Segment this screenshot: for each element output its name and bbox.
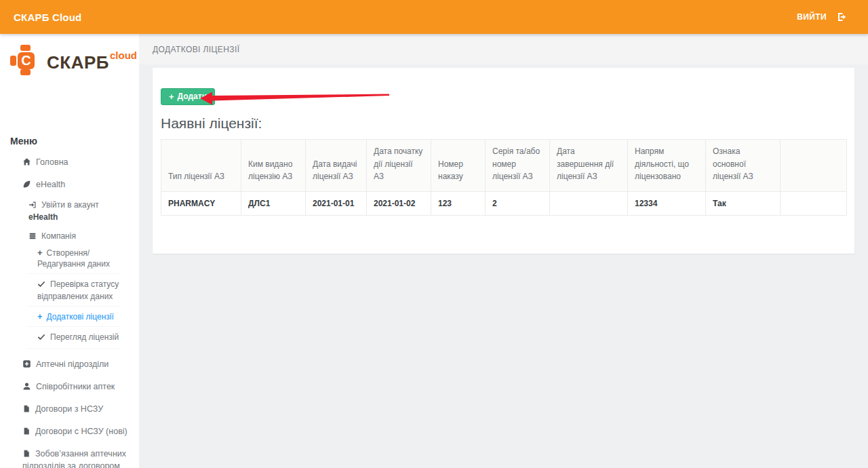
sidebar-item-home[interactable]: Головна (22, 157, 130, 169)
sidebar-item-ehealth[interactable]: eHealth (22, 179, 130, 191)
cell-primary-flag: Так (706, 191, 781, 215)
navbar-brand[interactable]: СКАРБ Cloud (14, 12, 81, 23)
sign-out-icon (836, 12, 848, 22)
red-arrow-annotation (200, 91, 390, 106)
cell-order-number: 123 (431, 191, 486, 215)
logo-mark-icon: С (9, 45, 41, 76)
sidebar-item-reimbursement-obligations[interactable]: Зобов’язання аптечних підрозділів за дог… (22, 448, 130, 468)
company-stack-icon (28, 232, 37, 243)
section-heading: Наявні ліцензії: (161, 115, 846, 132)
sidebar-item-nszu-contracts-new[interactable]: Договори с НСЗУ (нові) (22, 426, 130, 438)
sidebar-item-pharmacy-employees[interactable]: Співробітники аптек (22, 381, 130, 393)
col-start-date: Дата початку дії ліцензії АЗ (367, 140, 431, 192)
sign-in-icon (28, 201, 37, 212)
sidebar-nav: Головна eHealth Увійти в акаунт eHealth (0, 157, 139, 468)
cell-issued-by: ДЛС1 (241, 191, 306, 215)
col-series-number: Серія та/або номер ліцензії АЗ (486, 140, 550, 192)
user-icon (22, 382, 31, 393)
sidebar-item-create-edit-data[interactable]: +Створення/Редагування даних (27, 248, 120, 274)
table-row: PHARMACY ДЛС1 2021-01-01 2021-01-02 123 … (161, 191, 847, 215)
sidebar-item-nszu-contracts[interactable]: Договори з НСЗУ (22, 404, 130, 416)
sidebar: С СКАРБcloud Меню Головна eHealth (0, 34, 139, 468)
col-license-type: Тип ліцензії АЗ (161, 140, 241, 192)
file-icon (22, 449, 31, 461)
col-primary-flag: Ознака основної ліцензії АЗ (706, 140, 781, 192)
sidebar-item-ehealth-login[interactable]: Увійти в акаунт eHealth (28, 199, 130, 222)
cell-start-date: 2021-01-02 (367, 191, 431, 215)
main-area: ДОДАТКОВІ ЛІЦЕНЗІЇ + Додати Наявні ліцен… (139, 34, 868, 468)
col-issued-by: Ким видано ліцензію АЗ (241, 140, 306, 192)
sidebar-item-additional-licenses[interactable]: +Додаткові ліцензії (27, 311, 120, 327)
file-icon (22, 427, 31, 438)
page-titlebar: ДОДАТКОВІ ЛІЦЕНЗІЇ (139, 34, 868, 64)
page-title: ДОДАТКОВІ ЛІЦЕНЗІЇ (153, 45, 239, 54)
plus-icon: + (37, 248, 43, 258)
add-license-button[interactable]: + Додати (161, 88, 215, 105)
cell-activity-direction: 12334 (628, 191, 706, 215)
col-order-number: Номер наказу (431, 140, 486, 192)
cell-series-number: 2 (486, 191, 550, 215)
top-navbar: СКАРБ Cloud ВИЙТИ (0, 0, 868, 34)
home-icon (22, 157, 31, 169)
sidebar-item-pharmacy-units[interactable]: Аптечні підрозділи (22, 359, 130, 371)
table-header-row: Тип ліцензії АЗ Ким видано ліцензію АЗ Д… (161, 140, 847, 192)
sidebar-item-status-check[interactable]: Перевірка статусу відправлених даних (27, 279, 120, 307)
app-logo[interactable]: С СКАРБcloud (0, 34, 139, 76)
sidebar-item-view-licenses[interactable]: Перегляд ліцензій (27, 332, 120, 349)
logo-text: СКАРБcloud (47, 50, 137, 71)
sidebar-item-company[interactable]: Компанія (28, 231, 130, 243)
plus-icon: + (169, 92, 174, 101)
content-area: + Додати Наявні ліцензії: Тип ліц (139, 64, 868, 468)
cell-issue-date: 2021-01-01 (306, 191, 367, 215)
logout-label: ВИЙТИ (797, 12, 827, 22)
licenses-table: Тип ліцензії АЗ Ким видано ліцензію АЗ Д… (161, 139, 847, 216)
col-issue-date: Дата видачі ліцензії АЗ (306, 140, 367, 192)
check-icon (37, 333, 45, 344)
col-end-date: Дата завершення дії ліцензії АЗ (550, 140, 628, 192)
plus-icon: + (37, 311, 43, 321)
licenses-card: + Додати Наявні ліцензії: Тип ліц (153, 68, 854, 254)
check-icon (37, 280, 45, 291)
logout-button[interactable]: ВИЙТИ (797, 12, 848, 22)
file-icon (22, 404, 31, 416)
cell-license-type: PHARMACY (161, 191, 241, 215)
cell-end-date (550, 191, 628, 215)
plus-square-icon (22, 359, 31, 371)
menu-header: Меню (10, 136, 139, 147)
col-activity-direction: Напрям діяльності, що ліцензовано (628, 140, 706, 192)
cell-actions (781, 191, 847, 215)
leaf-icon (22, 180, 31, 191)
col-actions (781, 140, 847, 192)
